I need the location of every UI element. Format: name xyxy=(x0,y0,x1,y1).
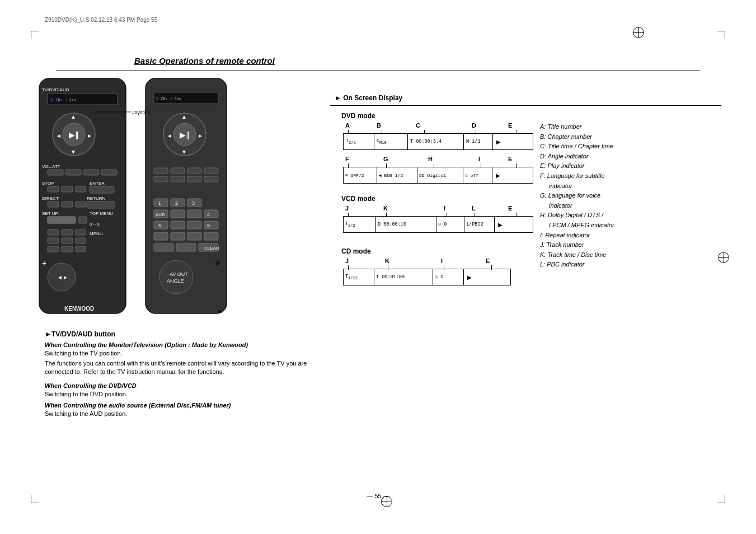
svg-text:▲: ▲ xyxy=(181,114,187,120)
page-number: — 55 — xyxy=(367,493,389,499)
dvd-seg-C: T 00:00:3.4 xyxy=(410,139,442,144)
svg-rect-23 xyxy=(76,186,86,192)
title-rule xyxy=(56,71,700,71)
label-A: A xyxy=(345,122,350,129)
label-G: G xyxy=(383,156,388,162)
svg-text:AV OUT: AV OUT xyxy=(170,271,188,277)
vcd-mode-label: VCD mode xyxy=(341,195,375,203)
svg-text:▶‖: ▶‖ xyxy=(180,130,190,139)
legend-area: A: Title number B: Chapter number C: Tit… xyxy=(540,122,719,270)
on-screen-display-arrow: ► On Screen Display xyxy=(335,94,402,102)
dvd-display-bar-2: ≡ OFF/2 ◄ ENG 1/2 DD Digits1 ☺ off ▶ xyxy=(343,167,533,184)
label-B: B xyxy=(377,122,381,129)
legend-F: F: Language for subtitle xyxy=(540,171,719,181)
svg-rect-13 xyxy=(65,170,81,175)
dvd-seg-E: ▶ xyxy=(496,139,501,145)
svg-text:ANGLE: ANGLE xyxy=(167,278,184,284)
svg-rect-88 xyxy=(176,243,196,251)
label-J: J xyxy=(345,205,349,212)
svg-rect-15 xyxy=(101,170,117,175)
legend-F2: indicator xyxy=(540,181,719,191)
legend-K: K: Track time / Disc time xyxy=(540,250,719,260)
vcd-seg-I: ☺ O xyxy=(438,222,447,227)
dvd-seg-B: CM10 xyxy=(377,138,387,145)
svg-text:5: 5 xyxy=(158,223,161,228)
svg-rect-29 xyxy=(48,217,76,223)
svg-rect-30 xyxy=(78,217,87,223)
dvd-seg-G: ◄ ENG 1/2 xyxy=(379,173,403,178)
label-I2: I xyxy=(444,205,445,212)
svg-text:▽ ZN: ♩ 34s: ▽ ZN: ♩ 34s xyxy=(50,98,76,102)
svg-text:3: 3 xyxy=(192,200,195,206)
legend-E: E: Play indicator xyxy=(540,161,719,171)
svg-text:TV/DVD/AUD: TV/DVD/AUD xyxy=(42,87,69,92)
tv-dvd-subheader2: When Controlling the DVD/VCD xyxy=(45,382,330,389)
svg-rect-35 xyxy=(62,229,73,235)
svg-rect-74 xyxy=(187,210,201,218)
header-text: Z910DVD(K)_U.S 02.12.13 6:43 PM Page 55 xyxy=(45,17,157,23)
tv-dvd-text4: Switching to the AUD position. xyxy=(45,410,330,417)
svg-text:MENU: MENU xyxy=(90,231,103,236)
legend-list: A: Title number B: Chapter number C: Tit… xyxy=(540,122,719,270)
vcd-seg-K: D 00:00:10 xyxy=(378,222,406,227)
svg-rect-57 xyxy=(154,168,168,174)
svg-rect-79 xyxy=(171,221,185,229)
svg-rect-63 xyxy=(187,176,201,182)
svg-rect-59 xyxy=(187,168,201,174)
legend-I: I: Repeat indicator xyxy=(540,231,719,241)
svg-text:KENWOOD: KENWOOD xyxy=(64,306,94,312)
label-H: H xyxy=(428,156,433,162)
svg-text:*: * xyxy=(218,308,222,318)
tv-dvd-section: ►TV/DVD/AUD button When Controlling the … xyxy=(45,330,330,417)
vcd-seg-L: 1/PBC2 xyxy=(466,222,483,227)
label-K2: K xyxy=(385,257,389,264)
corner-mark-br xyxy=(714,492,725,503)
svg-rect-34 xyxy=(48,229,59,235)
dvd-letter-labels-row2: F G H I E xyxy=(343,156,533,166)
svg-rect-86 xyxy=(204,232,218,240)
svg-text:▼: ▼ xyxy=(71,149,76,155)
label-L: L xyxy=(472,205,476,212)
svg-rect-39 xyxy=(76,238,86,243)
svg-rect-87 xyxy=(154,243,173,251)
cd-seg-I: ☺ O xyxy=(435,274,443,280)
label-E5: E xyxy=(486,257,490,264)
svg-rect-62 xyxy=(171,176,185,182)
legend-C: C: Title time / Chapter time xyxy=(540,142,719,152)
svg-rect-25 xyxy=(48,202,59,207)
legend-G: G: Language for voice xyxy=(540,191,719,201)
svg-rect-22 xyxy=(62,186,73,192)
svg-text:Joystick: Joystick xyxy=(132,110,151,115)
svg-text:CLEAR: CLEAR xyxy=(204,246,219,251)
svg-rect-38 xyxy=(62,238,73,243)
tv-dvd-text2: The functions you can control with this … xyxy=(45,359,330,377)
svg-rect-83 xyxy=(154,232,168,240)
cd-seg-K: T 00:01:00 xyxy=(376,274,405,280)
legend-H: H: Dolby Digital / DTS / xyxy=(540,210,719,221)
dvd-seg-H: DD Digits1 xyxy=(419,173,446,178)
legend-L: L: PBC indicator xyxy=(540,260,719,270)
corner-mark-tl xyxy=(31,31,42,42)
svg-rect-27 xyxy=(76,202,86,207)
svg-rect-37 xyxy=(48,238,59,243)
svg-rect-73 xyxy=(171,210,185,218)
svg-rect-84 xyxy=(171,232,185,240)
legend-G2: indicator xyxy=(540,201,719,211)
tv-dvd-subheader1: When Controlling the Monitor/Television … xyxy=(45,341,330,348)
osd-header-rule xyxy=(330,105,721,106)
corner-mark-tr xyxy=(714,31,725,42)
svg-rect-81 xyxy=(204,221,218,229)
legend-H2: LPCM / MPEG indicator xyxy=(540,221,719,231)
svg-rect-26 xyxy=(62,202,73,207)
svg-text:▲: ▲ xyxy=(71,114,76,120)
legend-B: B: Chapter number xyxy=(540,132,719,142)
svg-text:TOP MENU: TOP MENU xyxy=(90,211,113,216)
svg-rect-41 xyxy=(62,246,73,252)
svg-text:2: 2 xyxy=(175,200,178,206)
remote-area: TV/DVD/AUD ▽ ZN: ♩ 34s ▶‖ ▲ ▼ ◄ ► VOL.AT… xyxy=(34,76,319,340)
legend-A: A: Title number xyxy=(540,122,719,132)
svg-text:▶‖: ▶‖ xyxy=(69,130,79,139)
page-title: Basic Operations of remote control xyxy=(134,56,275,65)
tv-dvd-text3: Switching to the DVD position. xyxy=(45,391,330,397)
cd-mode-label: CD mode xyxy=(341,247,371,255)
